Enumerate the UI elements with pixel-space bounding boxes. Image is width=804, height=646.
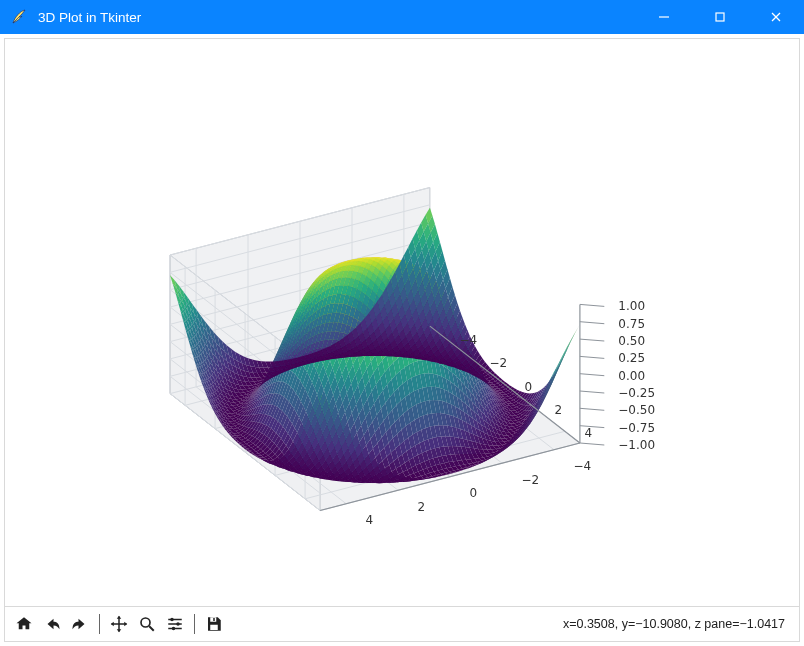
svg-text:0: 0 [524,380,532,394]
svg-line-3659 [580,443,604,445]
cursor-status: x=0.3508, y=−10.9080, z pane=−1.0417 [563,617,793,631]
svg-line-3669 [580,356,604,358]
svg-text:−2: −2 [489,356,507,370]
svg-point-3683 [172,627,175,630]
close-button[interactable] [748,0,804,34]
feather-icon [10,8,28,26]
minimize-button[interactable] [636,0,692,34]
window-title: 3D Plot in Tkinter [38,10,141,25]
svg-text:2: 2 [554,403,562,417]
home-button[interactable] [11,611,37,637]
back-button[interactable] [39,611,65,637]
toolbar-separator [99,614,100,634]
svg-text:−0.50: −0.50 [618,403,655,417]
svg-text:0.75: 0.75 [618,317,645,331]
svg-text:−0.25: −0.25 [618,386,655,400]
svg-line-3665 [580,391,604,393]
svg-line-3673 [580,322,604,324]
svg-point-3682 [176,622,179,625]
mpl-toolbar: x=0.3508, y=−10.9080, z pane=−1.0417 [4,607,800,642]
svg-line-3677 [149,626,154,631]
svg-text:2: 2 [418,500,426,514]
svg-text:0: 0 [470,486,478,500]
svg-text:−1.00: −1.00 [618,438,655,452]
svg-line-3663 [580,408,604,410]
svg-text:0.50: 0.50 [618,334,645,348]
toolbar-separator [194,614,195,634]
svg-line-3671 [580,339,604,341]
svg-text:−4: −4 [573,459,591,473]
svg-text:−4: −4 [459,333,477,347]
forward-button[interactable] [67,611,93,637]
svg-point-3676 [141,618,150,627]
plot-canvas[interactable]: −4−2024−4−2024−1.00−0.75−0.50−0.250.000.… [4,38,800,607]
svg-rect-3685 [213,618,215,621]
svg-text:0.25: 0.25 [618,351,645,365]
svg-text:4: 4 [366,513,374,527]
save-button[interactable] [201,611,227,637]
svg-text:1.00: 1.00 [618,299,645,313]
maximize-button[interactable] [692,0,748,34]
app-window: 3D Plot in Tkinter −4−2024−4−2024−1.00−0… [0,0,804,646]
svg-line-3667 [580,374,604,376]
svg-text:4: 4 [584,426,592,440]
window-controls [636,0,804,34]
title-bar: 3D Plot in Tkinter [0,0,804,34]
svg-text:0.00: 0.00 [618,369,645,383]
svg-line-3675 [580,304,604,306]
svg-text:−2: −2 [522,473,540,487]
zoom-button[interactable] [134,611,160,637]
configure-subplots-button[interactable] [162,611,188,637]
svg-rect-1 [716,13,724,21]
svg-point-3681 [170,618,173,621]
svg-text:−0.75: −0.75 [618,421,655,435]
pan-button[interactable] [106,611,132,637]
svg-rect-3686 [210,625,218,630]
